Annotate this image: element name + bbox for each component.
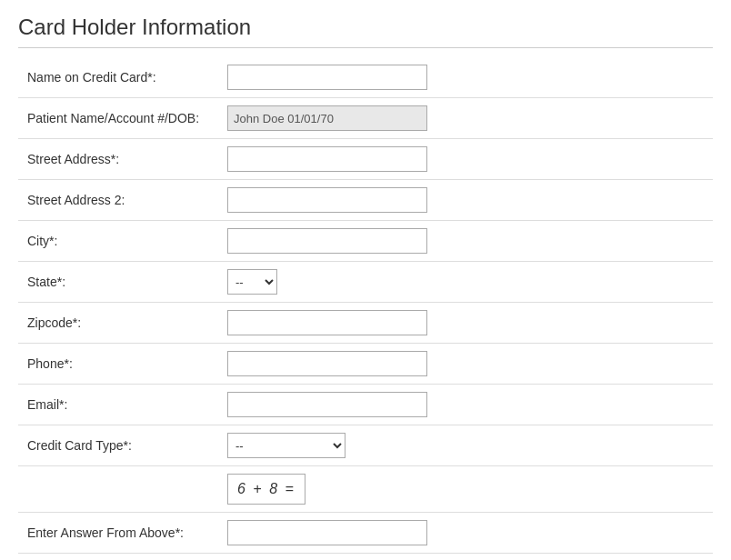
field-label-zipcode: Zipcode*: xyxy=(18,303,218,344)
city-input[interactable] xyxy=(227,228,427,254)
field-label-patient-name: Patient Name/Account #/DOB: xyxy=(18,98,218,139)
field-cell-phone xyxy=(218,344,713,385)
card-holder-form: Name on Credit Card*: Patient Name/Accou… xyxy=(18,57,713,554)
page-title: Card Holder Information xyxy=(18,15,713,48)
field-label-card-type: Credit Card Type*: xyxy=(18,425,218,466)
table-row: Patient Name/Account #/DOB: xyxy=(18,98,713,139)
field-label-city: City*: xyxy=(18,221,218,262)
table-row: State*: --ALAKAZARCACOCTDEFLGAHIIDILINIA… xyxy=(18,262,713,303)
field-cell-street-address-2 xyxy=(218,180,713,221)
street-address-input[interactable] xyxy=(227,146,427,172)
table-row: Phone*: xyxy=(18,344,713,385)
field-label-phone: Phone*: xyxy=(18,344,218,385)
captcha-answer-input[interactable] xyxy=(227,520,427,545)
card-type-select[interactable]: --VisaMastercardDiscoverAmerican Express xyxy=(227,433,345,458)
field-cell-captcha-answer xyxy=(218,513,713,554)
name-on-card-input[interactable] xyxy=(227,65,427,90)
page-container: Card Holder Information Name on Credit C… xyxy=(0,0,731,560)
captcha-display: 6 + 8 = xyxy=(227,474,305,505)
zipcode-input[interactable] xyxy=(227,310,427,335)
field-cell-zipcode xyxy=(218,303,713,344)
phone-input[interactable] xyxy=(227,351,427,376)
table-row: Zipcode*: xyxy=(18,303,713,344)
table-row: Credit Card Type*: --VisaMastercardDisco… xyxy=(18,425,713,466)
field-label-email: Email*: xyxy=(18,385,218,425)
field-label-name-on-card: Name on Credit Card*: xyxy=(18,57,218,98)
field-cell-patient-name xyxy=(218,98,713,139)
submit-row: Enter Credit Card Number xyxy=(18,554,713,560)
street-address-2-input[interactable] xyxy=(227,187,427,213)
field-cell-captcha: 6 + 8 = xyxy=(218,466,713,513)
field-label-captcha-answer: Enter Answer From Above*: xyxy=(18,513,218,554)
field-label-street-address: Street Address*: xyxy=(18,139,218,180)
table-row: Name on Credit Card*: xyxy=(18,57,713,98)
field-cell-name-on-card xyxy=(218,57,713,98)
field-label-street-address-2: Street Address 2: xyxy=(18,180,218,221)
field-cell-city xyxy=(218,221,713,262)
table-row: City*: xyxy=(18,221,713,262)
table-row: Street Address 2: xyxy=(18,180,713,221)
email-input[interactable] xyxy=(227,392,427,417)
field-cell-street-address xyxy=(218,139,713,180)
field-cell-state: --ALAKAZARCACOCTDEFLGAHIIDILINIAKSKYLAME… xyxy=(218,262,713,303)
field-label-state: State*: xyxy=(18,262,218,303)
table-row: 6 + 8 = xyxy=(18,466,713,513)
state-select[interactable]: --ALAKAZARCACOCTDEFLGAHIIDILINIAKSKYLAME… xyxy=(227,269,277,295)
table-row: Enter Answer From Above*: xyxy=(18,513,713,554)
field-label-captcha xyxy=(18,466,218,513)
patient-name-input[interactable] xyxy=(227,105,427,131)
field-cell-card-type: --VisaMastercardDiscoverAmerican Express xyxy=(218,425,713,466)
table-row: Street Address*: xyxy=(18,139,713,180)
field-cell-email xyxy=(218,385,713,425)
table-row: Email*: xyxy=(18,385,713,425)
